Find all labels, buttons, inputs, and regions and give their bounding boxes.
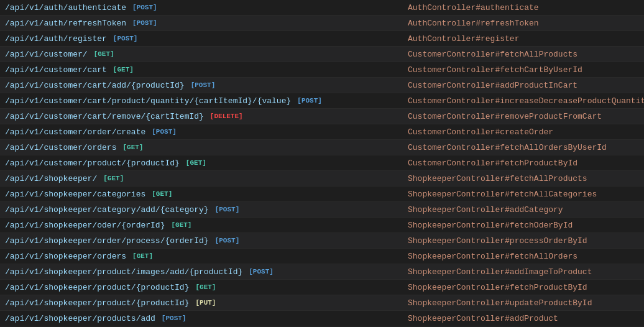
- controller-cell: CustomerController#addProductInCart: [403, 81, 639, 90]
- table-row: /api/v1/customer/cart/remove/{cartItemId…: [0, 109, 644, 124]
- path-text: /api/v1/shopkeeper/orders: [5, 252, 126, 261]
- method-badge: [POST]: [295, 96, 324, 105]
- table-row: /api/v1/shopkeeper/product/{productId}[P…: [0, 295, 644, 311]
- method-badge: [POST]: [188, 81, 218, 90]
- controller-cell: CustomerController#removeProductFromCart: [403, 112, 639, 121]
- api-path-cell: /api/v1/shopkeeper/order/process/{orderI…: [5, 236, 403, 246]
- path-text: /api/v1/shopkeeper/product/{productId}: [5, 298, 189, 308]
- table-row: /api/v1/shopkeeper/order/process/{orderI…: [0, 233, 644, 249]
- api-path-cell: /api/v1/auth/refreshToken[POST]: [5, 19, 403, 28]
- controller-cell: ShopkeeperController#fetchProductById: [403, 283, 639, 292]
- path-text: /api/v1/auth/register: [5, 34, 107, 44]
- path-text: /api/v1/customer/cart/product/quantity/{…: [5, 96, 291, 106]
- table-row: /api/v1/shopkeeper/product/images/add/{p…: [0, 264, 644, 280]
- table-row: /api/v1/shopkeeper/category/add/{categor…: [0, 202, 644, 218]
- method-badge: [GET]: [183, 159, 209, 167]
- controller-cell: ShopkeeperController#addImageToProduct: [403, 267, 639, 277]
- table-row: /api/v1/shopkeeper/product/{productId}[G…: [0, 280, 644, 295]
- table-row: /api/v1/customer/orders[GET]CustomerCont…: [0, 140, 644, 155]
- table-row: /api/v1/shopkeeper/oder/{orderId}[GET]Sh…: [0, 218, 644, 233]
- api-path-cell: /api/v1/shopkeeper/product/{productId}[P…: [5, 298, 403, 308]
- controller-cell: AuthController#refreshToken: [403, 19, 639, 28]
- path-text: /api/v1/shopkeeper/category/add/{categor…: [5, 205, 209, 214]
- api-path-cell: /api/v1/customer/order/create[POST]: [5, 127, 403, 137]
- api-path-cell: /api/v1/shopkeeper/orders[GET]: [5, 252, 403, 261]
- api-path-cell: /api/v1/shopkeeper/categories[GET]: [5, 190, 403, 199]
- method-badge: [GET]: [193, 283, 218, 292]
- path-text: /api/v1/shopkeeper/product/{productId}: [5, 283, 189, 292]
- table-row: /api/v1/customer/product/{productId}[GET…: [0, 155, 644, 171]
- table-row: /api/v1/auth/authenticate[POST]AuthContr…: [0, 0, 644, 16]
- path-text: /api/v1/shopkeeper/products/add: [5, 314, 155, 323]
- controller-cell: ShopkeeperController#fetchAllCategories: [403, 190, 639, 199]
- controller-cell: CustomerController#createOrder: [403, 127, 639, 137]
- path-text: /api/v1/customer/cart/add/{productId}: [5, 81, 185, 90]
- table-row: /api/v1/customer/[GET]CustomerController…: [0, 47, 644, 62]
- controller-cell: AuthController#authenticate: [403, 3, 639, 12]
- table-row: /api/v1/customer/cart/product/quantity/{…: [0, 93, 644, 109]
- controller-cell: CustomerController#fetchProductById: [403, 159, 639, 168]
- table-row: /api/v1/shopkeeper/[GET]ShopkeeperContro…: [0, 171, 644, 187]
- method-badge: [POST]: [246, 267, 276, 276]
- path-text: /api/v1/customer/cart: [5, 65, 107, 75]
- api-path-cell: /api/v1/auth/register[POST]: [5, 34, 403, 44]
- path-text: /api/v1/customer/product/{productId}: [5, 159, 180, 168]
- api-path-cell: /api/v1/customer/[GET]: [5, 50, 403, 59]
- api-path-cell: /api/v1/shopkeeper/category/add/{categor…: [5, 205, 403, 214]
- path-text: /api/v1/auth/refreshToken: [5, 19, 126, 28]
- api-path-cell: /api/v1/customer/orders[GET]: [5, 143, 403, 152]
- table-row: /api/v1/auth/refreshToken[POST]AuthContr…: [0, 16, 644, 31]
- api-path-cell: /api/v1/customer/product/{productId}[GET…: [5, 159, 403, 168]
- method-badge: [DELETE]: [208, 112, 246, 121]
- api-path-cell: /api/v1/customer/cart/remove/{cartItemId…: [5, 112, 403, 121]
- table-row: /api/v1/shopkeeper/orders[GET]Shopkeeper…: [0, 249, 644, 264]
- path-text: /api/v1/shopkeeper/product/images/add/{p…: [5, 267, 242, 277]
- api-path-cell: /api/v1/auth/authenticate[POST]: [5, 3, 403, 12]
- table-row: /api/v1/customer/cart[GET]CustomerContro…: [0, 62, 644, 78]
- path-text: /api/v1/shopkeeper/order/process/{orderI…: [5, 236, 209, 246]
- controller-cell: CustomerController#fetchAllProducts: [403, 50, 639, 59]
- table-row: /api/v1/customer/order/create[POST]Custo…: [0, 124, 644, 140]
- api-path-cell: /api/v1/shopkeeper/product/{productId}[G…: [5, 283, 403, 292]
- controller-cell: CustomerController#fetchCartByUserId: [403, 65, 639, 75]
- api-list: /api/v1/auth/authenticate[POST]AuthContr…: [0, 0, 644, 326]
- controller-cell: ShopkeeperController#fetchOderById: [403, 221, 639, 230]
- method-badge: [GET]: [101, 174, 126, 183]
- method-badge: [GET]: [130, 252, 155, 260]
- controller-cell: ShopkeeperController#fetchAllOrders: [403, 252, 639, 261]
- method-badge: [POST]: [213, 236, 242, 245]
- method-badge: [POST]: [159, 314, 189, 323]
- method-badge: [POST]: [130, 19, 160, 27]
- api-path-cell: /api/v1/shopkeeper/product/images/add/{p…: [5, 267, 403, 277]
- controller-cell: ShopkeeperController#addCategory: [403, 205, 639, 214]
- method-badge: [GET]: [168, 221, 194, 229]
- api-path-cell: /api/v1/shopkeeper/[GET]: [5, 174, 403, 183]
- method-badge: [POST]: [111, 34, 140, 43]
- controller-cell: ShopkeeperController#addProduct: [403, 314, 639, 323]
- controller-cell: AuthController#register: [403, 34, 639, 44]
- path-text: /api/v1/auth/authenticate: [5, 3, 126, 12]
- path-text: /api/v1/shopkeeper/categories: [5, 190, 145, 199]
- table-row: /api/v1/customer/cart/add/{productId}[PO…: [0, 78, 644, 93]
- api-path-cell: /api/v1/customer/cart/product/quantity/{…: [5, 96, 403, 106]
- table-row: /api/v1/shopkeeper/products/add[POST]Sho…: [0, 311, 644, 326]
- table-row: /api/v1/shopkeeper/categories[GET]Shopke…: [0, 187, 644, 202]
- table-row: /api/v1/auth/register[POST]AuthControlle…: [0, 31, 644, 47]
- controller-cell: CustomerController#fetchAllOrdersByUserI…: [403, 143, 639, 152]
- method-badge: [GET]: [120, 143, 145, 152]
- path-text: /api/v1/customer/orders: [5, 143, 116, 152]
- controller-cell: ShopkeeperController#updateProductById: [403, 298, 639, 308]
- path-text: /api/v1/shopkeeper/oder/{orderId}: [5, 221, 165, 230]
- method-badge: [GET]: [149, 190, 175, 198]
- method-badge: [GET]: [91, 50, 117, 58]
- method-badge: [POST]: [213, 205, 242, 214]
- method-badge: [GET]: [111, 65, 136, 74]
- method-badge: [POST]: [149, 127, 179, 136]
- api-path-cell: /api/v1/shopkeeper/oder/{orderId}[GET]: [5, 221, 403, 230]
- controller-cell: ShopkeeperController#fetchAllProducts: [403, 174, 639, 183]
- api-path-cell: /api/v1/shopkeeper/products/add[POST]: [5, 314, 403, 323]
- path-text: /api/v1/customer/: [5, 50, 88, 59]
- path-text: /api/v1/shopkeeper/: [5, 174, 97, 183]
- method-badge: [PUT]: [193, 298, 218, 307]
- controller-cell: CustomerController#increaseDecreaseProdu…: [403, 96, 644, 106]
